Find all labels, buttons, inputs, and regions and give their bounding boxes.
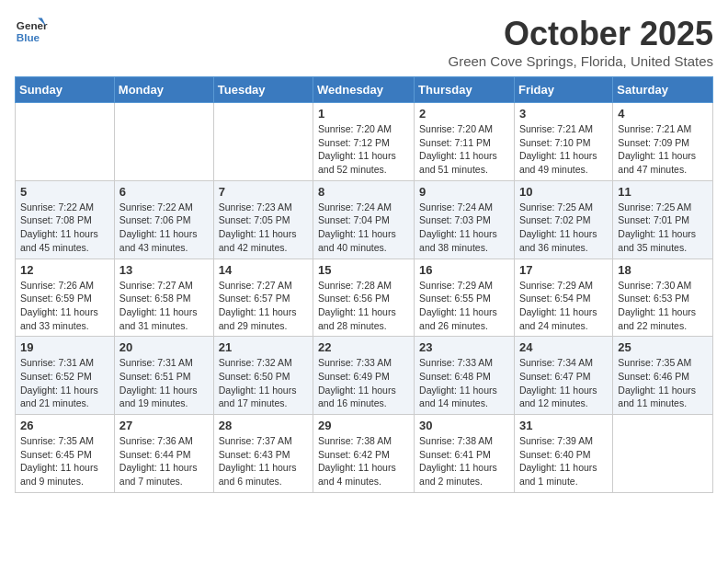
calendar-cell: 7Sunrise: 7:23 AM Sunset: 7:05 PM Daylig… (213, 180, 313, 259)
calendar-cell: 30Sunrise: 7:38 AM Sunset: 6:41 PM Dayli… (415, 415, 515, 493)
cell-info: Sunrise: 7:31 AM Sunset: 6:52 PM Dayligh… (20, 356, 109, 410)
calendar-cell: 9Sunrise: 7:24 AM Sunset: 7:03 PM Daylig… (415, 180, 515, 259)
cell-day-number: 2 (419, 107, 509, 121)
cell-info: Sunrise: 7:22 AM Sunset: 7:08 PM Dayligh… (20, 201, 109, 255)
calendar-cell: 25Sunrise: 7:35 AM Sunset: 6:46 PM Dayli… (613, 337, 713, 415)
calendar-cell: 13Sunrise: 7:27 AM Sunset: 6:58 PM Dayli… (114, 259, 213, 337)
calendar-cell: 31Sunrise: 7:39 AM Sunset: 6:40 PM Dayli… (514, 415, 612, 493)
calendar-cell: 24Sunrise: 7:34 AM Sunset: 6:47 PM Dayli… (514, 337, 612, 415)
logo-icon: General Blue (15, 15, 48, 48)
calendar-table: SundayMondayTuesdayWednesdayThursdayFrid… (15, 76, 713, 493)
cell-day-number: 1 (318, 107, 409, 121)
cell-info: Sunrise: 7:30 AM Sunset: 6:53 PM Dayligh… (618, 279, 708, 333)
page-header: General Blue October 2025 Green Cove Spr… (15, 15, 713, 69)
calendar-cell (114, 103, 213, 181)
cell-info: Sunrise: 7:33 AM Sunset: 6:48 PM Dayligh… (419, 356, 509, 410)
cell-info: Sunrise: 7:32 AM Sunset: 6:50 PM Dayligh… (219, 356, 308, 410)
calendar-cell: 28Sunrise: 7:37 AM Sunset: 6:43 PM Dayli… (213, 415, 313, 493)
calendar-cell: 4Sunrise: 7:21 AM Sunset: 7:09 PM Daylig… (613, 103, 713, 181)
cell-day-number: 5 (20, 185, 109, 199)
calendar-cell: 22Sunrise: 7:33 AM Sunset: 6:49 PM Dayli… (313, 337, 415, 415)
calendar-cell: 10Sunrise: 7:25 AM Sunset: 7:02 PM Dayli… (514, 180, 612, 259)
calendar-cell: 1Sunrise: 7:20 AM Sunset: 7:12 PM Daylig… (313, 103, 415, 181)
cell-info: Sunrise: 7:22 AM Sunset: 7:06 PM Dayligh… (119, 201, 209, 255)
calendar-cell: 17Sunrise: 7:29 AM Sunset: 6:54 PM Dayli… (514, 259, 612, 337)
calendar-cell (613, 415, 713, 493)
cell-info: Sunrise: 7:20 AM Sunset: 7:11 PM Dayligh… (419, 122, 509, 177)
calendar-cell: 2Sunrise: 7:20 AM Sunset: 7:11 PM Daylig… (415, 103, 515, 181)
cell-day-number: 3 (519, 107, 608, 121)
logo: General Blue (15, 15, 48, 48)
cell-info: Sunrise: 7:29 AM Sunset: 6:54 PM Dayligh… (519, 279, 608, 333)
calendar-cell: 27Sunrise: 7:36 AM Sunset: 6:44 PM Dayli… (114, 415, 213, 493)
cell-day-number: 10 (519, 185, 608, 199)
calendar-cell (16, 103, 115, 181)
cell-day-number: 16 (419, 263, 509, 277)
day-header-sunday: Sunday (16, 77, 115, 103)
cell-day-number: 13 (119, 263, 209, 277)
cell-info: Sunrise: 7:31 AM Sunset: 6:51 PM Dayligh… (119, 356, 209, 410)
cell-info: Sunrise: 7:28 AM Sunset: 6:56 PM Dayligh… (318, 279, 409, 333)
day-header-tuesday: Tuesday (213, 77, 313, 103)
cell-day-number: 17 (519, 263, 608, 277)
calendar-cell: 6Sunrise: 7:22 AM Sunset: 7:06 PM Daylig… (114, 180, 213, 259)
cell-day-number: 21 (219, 340, 308, 354)
cell-day-number: 27 (119, 419, 209, 432)
cell-day-number: 12 (20, 263, 109, 277)
calendar-cell: 21Sunrise: 7:32 AM Sunset: 6:50 PM Dayli… (213, 337, 313, 415)
cell-info: Sunrise: 7:21 AM Sunset: 7:09 PM Dayligh… (618, 122, 708, 177)
title-section: October 2025 Green Cove Springs, Florida… (449, 15, 713, 69)
calendar-header-row: SundayMondayTuesdayWednesdayThursdayFrid… (16, 77, 713, 103)
calendar-cell: 23Sunrise: 7:33 AM Sunset: 6:48 PM Dayli… (415, 337, 515, 415)
cell-day-number: 31 (519, 419, 608, 432)
cell-info: Sunrise: 7:38 AM Sunset: 6:41 PM Dayligh… (419, 434, 509, 488)
cell-info: Sunrise: 7:24 AM Sunset: 7:03 PM Dayligh… (419, 201, 509, 255)
cell-day-number: 9 (419, 185, 509, 199)
calendar-cell: 11Sunrise: 7:25 AM Sunset: 7:01 PM Dayli… (613, 180, 713, 259)
svg-text:Blue: Blue (17, 31, 40, 43)
cell-day-number: 23 (419, 340, 509, 354)
calendar-week-row: 12Sunrise: 7:26 AM Sunset: 6:59 PM Dayli… (16, 259, 713, 337)
calendar-cell (213, 103, 313, 181)
calendar-week-row: 26Sunrise: 7:35 AM Sunset: 6:45 PM Dayli… (16, 415, 713, 493)
calendar-cell: 20Sunrise: 7:31 AM Sunset: 6:51 PM Dayli… (114, 337, 213, 415)
calendar-cell: 12Sunrise: 7:26 AM Sunset: 6:59 PM Dayli… (16, 259, 115, 337)
calendar-cell: 29Sunrise: 7:38 AM Sunset: 6:42 PM Dayli… (313, 415, 415, 493)
cell-info: Sunrise: 7:37 AM Sunset: 6:43 PM Dayligh… (219, 434, 308, 488)
calendar-week-row: 1Sunrise: 7:20 AM Sunset: 7:12 PM Daylig… (16, 103, 713, 181)
cell-day-number: 26 (20, 419, 109, 432)
day-header-saturday: Saturday (613, 77, 713, 103)
cell-day-number: 28 (219, 419, 308, 432)
location-title: Green Cove Springs, Florida, United Stat… (449, 53, 713, 69)
day-header-wednesday: Wednesday (313, 77, 415, 103)
cell-info: Sunrise: 7:35 AM Sunset: 6:45 PM Dayligh… (20, 434, 109, 488)
cell-info: Sunrise: 7:27 AM Sunset: 6:57 PM Dayligh… (219, 279, 308, 333)
cell-info: Sunrise: 7:36 AM Sunset: 6:44 PM Dayligh… (119, 434, 209, 488)
day-header-thursday: Thursday (415, 77, 515, 103)
calendar-week-row: 19Sunrise: 7:31 AM Sunset: 6:52 PM Dayli… (16, 337, 713, 415)
cell-day-number: 30 (419, 419, 509, 432)
cell-day-number: 8 (318, 185, 409, 199)
calendar-cell: 14Sunrise: 7:27 AM Sunset: 6:57 PM Dayli… (213, 259, 313, 337)
cell-info: Sunrise: 7:38 AM Sunset: 6:42 PM Dayligh… (318, 434, 409, 488)
calendar-cell: 15Sunrise: 7:28 AM Sunset: 6:56 PM Dayli… (313, 259, 415, 337)
cell-info: Sunrise: 7:33 AM Sunset: 6:49 PM Dayligh… (318, 356, 409, 410)
cell-day-number: 24 (519, 340, 608, 354)
calendar-cell: 19Sunrise: 7:31 AM Sunset: 6:52 PM Dayli… (16, 337, 115, 415)
calendar-cell: 26Sunrise: 7:35 AM Sunset: 6:45 PM Dayli… (16, 415, 115, 493)
calendar-cell: 8Sunrise: 7:24 AM Sunset: 7:04 PM Daylig… (313, 180, 415, 259)
cell-day-number: 18 (618, 263, 708, 277)
cell-day-number: 29 (318, 419, 409, 432)
cell-info: Sunrise: 7:24 AM Sunset: 7:04 PM Dayligh… (318, 201, 409, 255)
cell-day-number: 19 (20, 340, 109, 354)
cell-day-number: 20 (119, 340, 209, 354)
cell-info: Sunrise: 7:21 AM Sunset: 7:10 PM Dayligh… (519, 122, 608, 177)
cell-day-number: 14 (219, 263, 308, 277)
cell-day-number: 25 (618, 340, 708, 354)
month-title: October 2025 (449, 15, 713, 53)
calendar-cell: 5Sunrise: 7:22 AM Sunset: 7:08 PM Daylig… (16, 180, 115, 259)
calendar-cell: 18Sunrise: 7:30 AM Sunset: 6:53 PM Dayli… (613, 259, 713, 337)
cell-day-number: 11 (618, 185, 708, 199)
cell-day-number: 22 (318, 340, 409, 354)
cell-info: Sunrise: 7:20 AM Sunset: 7:12 PM Dayligh… (318, 122, 409, 177)
